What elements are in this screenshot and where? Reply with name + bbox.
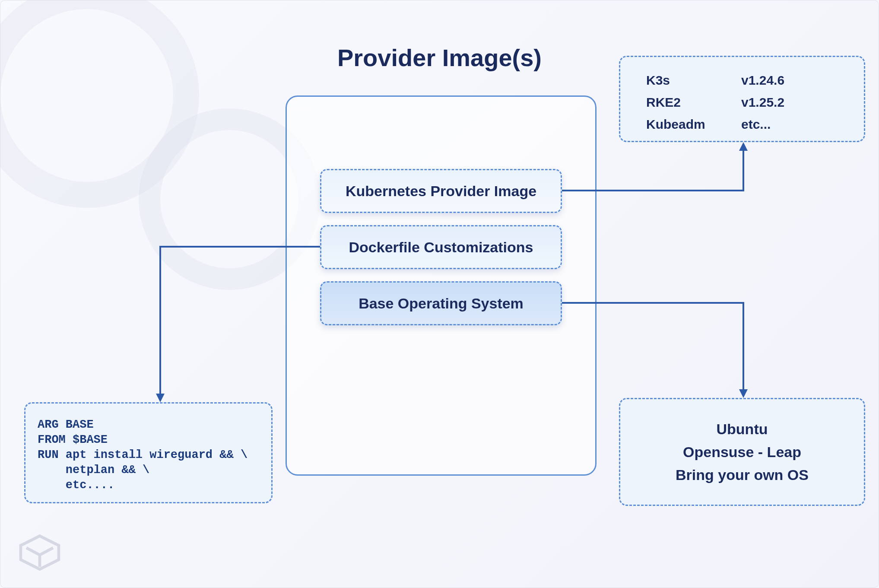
layer-dockerfile-customizations: Dockerfile Customizations — [320, 225, 562, 269]
k8s-distro-row: Kubeadm etc... — [646, 113, 838, 135]
k8s-distro-version: v1.25.2 — [741, 91, 784, 113]
os-option: Bring your own OS — [676, 467, 809, 483]
k8s-distros-box: K3s v1.24.6 RKE2 v1.25.2 Kubeadm etc... — [619, 56, 865, 142]
brand-logo-icon — [16, 533, 63, 572]
os-options-box: Ubuntu Opensuse - Leap Bring your own OS — [619, 398, 865, 506]
k8s-distro-row: RKE2 v1.25.2 — [646, 91, 838, 113]
k8s-distro-name: RKE2 — [646, 91, 720, 113]
background-gear-1 — [0, 0, 199, 208]
os-option: Ubuntu — [717, 421, 768, 438]
arrowhead-icon — [739, 142, 748, 151]
diagram-canvas: Provider Image(s) Kubernetes Provider Im… — [0, 0, 879, 588]
arrowhead-icon — [739, 389, 748, 398]
dockerfile-code-box: ARG BASE FROM $BASE RUN apt install wire… — [24, 402, 273, 503]
os-option: Opensuse - Leap — [683, 444, 801, 461]
arrowhead-icon — [156, 394, 165, 402]
k8s-distro-name: Kubeadm — [646, 113, 720, 135]
layer-label: Dockerfile Customizations — [349, 239, 533, 256]
k8s-distro-version: v1.24.6 — [741, 69, 784, 91]
dockerfile-code: ARG BASE FROM $BASE RUN apt install wire… — [38, 418, 248, 492]
layer-label: Kubernetes Provider Image — [346, 183, 536, 200]
layer-label: Base Operating System — [359, 295, 524, 312]
layer-base-operating-system: Base Operating System — [320, 281, 562, 325]
k8s-distro-name: K3s — [646, 69, 720, 91]
k8s-distro-row: K3s v1.24.6 — [646, 69, 838, 91]
k8s-distro-version: etc... — [741, 113, 771, 135]
layer-kubernetes-provider-image: Kubernetes Provider Image — [320, 169, 562, 213]
